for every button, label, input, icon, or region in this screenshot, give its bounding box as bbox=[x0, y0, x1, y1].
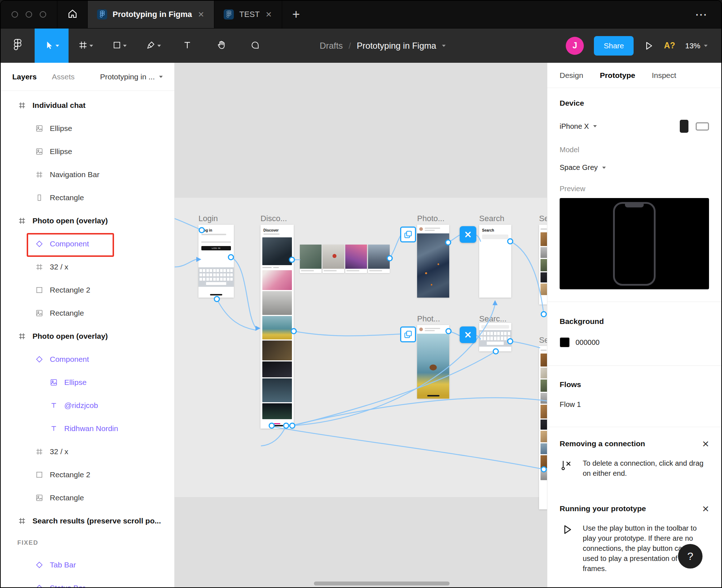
layer-row[interactable]: Navigation Bar bbox=[1, 163, 174, 186]
missing-fonts-badge[interactable]: A? bbox=[664, 41, 675, 51]
hand-tool[interactable] bbox=[204, 28, 238, 63]
frame-tool[interactable] bbox=[69, 28, 102, 63]
portrait-orientation-button[interactable] bbox=[680, 120, 688, 133]
more-menu-button[interactable]: ⋯ bbox=[682, 1, 721, 28]
frame-photo-strip[interactable] bbox=[300, 245, 390, 273]
file-tab-active[interactable]: Prototyping in Figma × bbox=[88, 1, 214, 28]
flow-item[interactable]: Flow 1 bbox=[560, 400, 709, 409]
layer-row[interactable]: Rectangle 2 bbox=[1, 278, 174, 302]
home-button[interactable] bbox=[57, 1, 88, 28]
toolbar: Drafts / Prototyping in Figma J Share A?… bbox=[1, 28, 721, 63]
landscape-orientation-button[interactable] bbox=[696, 122, 709, 131]
layer-row[interactable]: @ridzjcob bbox=[1, 394, 174, 417]
layer-row[interactable]: Ellipse bbox=[1, 140, 174, 163]
tab-inspect[interactable]: Inspect bbox=[652, 71, 676, 80]
close-overlay-button[interactable] bbox=[460, 226, 476, 243]
frame-label-search-results-2[interactable]: Se... bbox=[539, 335, 547, 345]
zoom-window-button[interactable] bbox=[40, 11, 46, 18]
layer-row[interactable]: Tab Bar bbox=[1, 553, 174, 576]
layer-row[interactable]: Ridhwan Nordin bbox=[1, 417, 174, 440]
close-icon[interactable]: × bbox=[702, 503, 709, 514]
frame-photo-open-2[interactable] bbox=[417, 325, 449, 399]
zoom-level: 13% bbox=[685, 41, 700, 50]
page-selector[interactable]: Prototyping in ... bbox=[100, 73, 163, 81]
share-button[interactable]: Share bbox=[594, 36, 634, 56]
layer-row[interactable]: Ellipse bbox=[1, 117, 174, 140]
close-window-button[interactable] bbox=[12, 11, 18, 18]
image-icon bbox=[49, 378, 58, 387]
new-tab-button[interactable]: + bbox=[282, 1, 310, 28]
breadcrumb-project[interactable]: Drafts bbox=[320, 41, 343, 51]
chevron-down-icon bbox=[602, 167, 606, 169]
iphone-preview-graphic bbox=[613, 202, 656, 286]
color-swatch[interactable] bbox=[560, 337, 570, 347]
minimize-window-button[interactable] bbox=[26, 11, 32, 18]
layer-row[interactable]: Ellipse bbox=[1, 371, 174, 394]
frame-discover[interactable]: Discover bbox=[261, 225, 294, 429]
layer-row[interactable]: Rectangle bbox=[1, 186, 174, 209]
main-menu-button[interactable] bbox=[1, 28, 35, 63]
comment-tool[interactable] bbox=[238, 28, 272, 63]
layer-row[interactable]: Rectangle bbox=[1, 486, 174, 509]
chevron-down-icon bbox=[704, 45, 708, 47]
layer-row[interactable]: 32 / x bbox=[1, 255, 174, 278]
horizontal-scrollbar[interactable] bbox=[314, 582, 450, 585]
tab-design[interactable]: Design bbox=[560, 71, 583, 80]
layer-row[interactable]: Search results (preserve scroll po... bbox=[1, 509, 174, 532]
close-overlay-button[interactable] bbox=[460, 326, 476, 343]
frame-label-search[interactable]: Search bbox=[479, 214, 504, 223]
layer-row[interactable]: Status Bar bbox=[1, 576, 174, 587]
background-color-row[interactable]: 000000 bbox=[560, 337, 709, 347]
file-tab[interactable]: TEST × bbox=[214, 1, 282, 28]
layer-label: Rectangle 2 bbox=[50, 470, 90, 479]
component-icon bbox=[35, 583, 44, 587]
canvas[interactable]: Login Disco... Photo... Search Se... Pho… bbox=[175, 63, 547, 587]
device-select[interactable]: iPhone X bbox=[560, 120, 709, 133]
tab-assets[interactable]: Assets bbox=[52, 73, 75, 81]
frame-label-discover[interactable]: Disco... bbox=[261, 214, 287, 223]
figma-file-icon bbox=[97, 9, 107, 19]
layer-row[interactable]: Photo open (overlay) bbox=[1, 325, 174, 348]
layer-row[interactable]: Individual chat bbox=[1, 94, 174, 117]
layer-row[interactable]: 32 / x bbox=[1, 440, 174, 463]
frame-photo-open[interactable] bbox=[417, 225, 449, 298]
frame-search-results[interactable] bbox=[539, 225, 547, 304]
pen-tool[interactable] bbox=[136, 28, 170, 63]
text-tool[interactable] bbox=[170, 28, 204, 63]
layer-row[interactable]: Photo open (overlay) bbox=[1, 209, 174, 232]
close-icon[interactable]: × bbox=[702, 438, 709, 449]
layer-row[interactable]: Rectangle bbox=[1, 302, 174, 325]
text-icon bbox=[183, 40, 192, 51]
open-overlay-icon[interactable] bbox=[400, 326, 416, 342]
frame-label-search-results[interactable]: Se... bbox=[539, 214, 547, 223]
tab-prototype[interactable]: Prototype bbox=[600, 71, 635, 80]
frame-label-login[interactable]: Login bbox=[198, 214, 218, 223]
frame-label-photo-open[interactable]: Photo... bbox=[417, 214, 445, 223]
move-tool[interactable] bbox=[35, 28, 69, 63]
chevron-down-icon[interactable] bbox=[442, 45, 446, 47]
frame-search-keyboard[interactable] bbox=[479, 323, 511, 351]
chevron-down-icon bbox=[89, 45, 93, 47]
frame-label-search-keyboard[interactable]: Searc... bbox=[479, 314, 507, 324]
frame-search[interactable]: Search bbox=[479, 225, 511, 298]
tab-layers[interactable]: Layers bbox=[12, 73, 37, 81]
frame-login[interactable]: Log in LOG IN bbox=[198, 225, 234, 298]
layer-row[interactable]: Component bbox=[1, 232, 174, 255]
photo-image bbox=[417, 334, 449, 399]
layer-row[interactable]: Rectangle 2 bbox=[1, 463, 174, 486]
background-hex[interactable]: 000000 bbox=[576, 338, 600, 347]
frame-search-results-2[interactable] bbox=[539, 346, 547, 509]
breadcrumb-file[interactable]: Prototyping in Figma bbox=[357, 41, 436, 51]
zoom-control[interactable]: 13% bbox=[685, 41, 708, 50]
layer-row[interactable]: Component bbox=[1, 348, 174, 371]
avatar[interactable]: J bbox=[566, 37, 584, 55]
close-tab-icon[interactable]: × bbox=[197, 9, 205, 19]
shape-tool[interactable] bbox=[102, 28, 136, 63]
help-button[interactable]: ? bbox=[678, 544, 703, 569]
open-overlay-icon[interactable] bbox=[400, 227, 416, 242]
model-select[interactable]: Space Grey bbox=[560, 163, 709, 172]
frame-label-photo-open-2[interactable]: Phot... bbox=[417, 314, 440, 324]
login-input bbox=[201, 238, 231, 242]
present-button[interactable] bbox=[644, 41, 654, 51]
close-tab-icon[interactable]: × bbox=[265, 9, 272, 19]
